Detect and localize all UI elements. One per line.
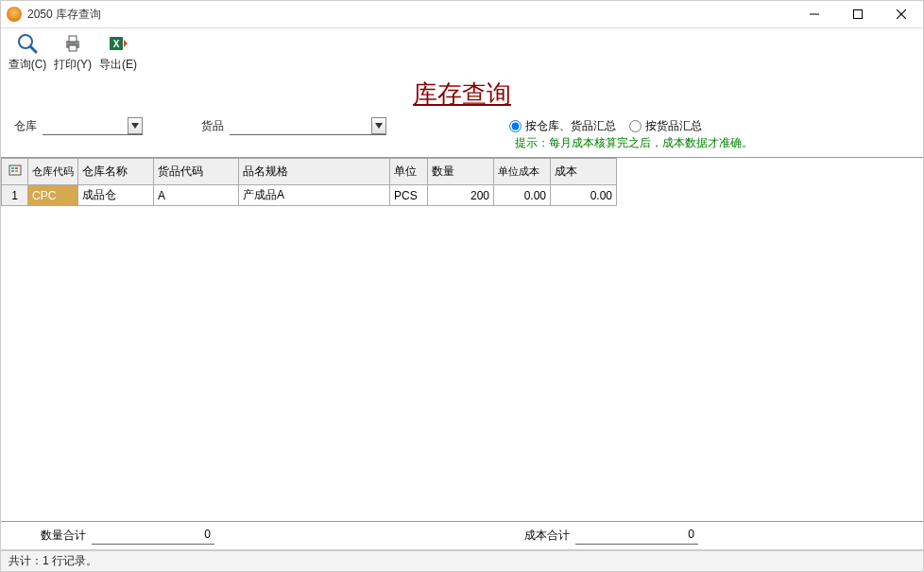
app-icon	[7, 7, 22, 22]
svg-rect-16	[15, 167, 18, 169]
inventory-grid[interactable]: 仓库代码 仓库名称 货品代码 品名规格 单位 数量 单位成本 成本 1 CPC …	[1, 158, 617, 206]
radio-by-goods-label: 按货品汇总	[645, 118, 702, 134]
goods-combo[interactable]	[230, 116, 386, 135]
svg-rect-7	[69, 36, 77, 42]
grid-header-row: 仓库代码 仓库名称 货品代码 品名规格 单位 数量 单位成本 成本	[2, 159, 617, 185]
close-button[interactable]	[880, 1, 923, 28]
print-button-label: 打印(Y)	[54, 57, 92, 73]
cell-unit-cost[interactable]: 0.00	[494, 185, 551, 206]
heading-row: 库存查询	[1, 74, 923, 113]
totals-row: 数量合计 0 成本合计 0	[1, 522, 923, 550]
col-unit-cost[interactable]: 单位成本	[494, 159, 551, 185]
col-qty[interactable]: 数量	[428, 159, 494, 185]
hint-text: 提示：每月成本核算完之后，成本数据才准确。	[502, 135, 923, 157]
radio-by-goods-input[interactable]	[629, 120, 642, 132]
svg-rect-15	[11, 167, 14, 169]
toolbar: 查询(C) 打印(Y) X 导出(E)	[1, 28, 923, 74]
status-text: 共计：1 行记录。	[9, 553, 97, 569]
cell-unit[interactable]: PCS	[390, 185, 428, 206]
cell-goods-spec[interactable]: 产成品A	[239, 185, 390, 206]
excel-export-icon: X	[107, 32, 129, 55]
svg-line-5	[30, 46, 36, 52]
svg-point-9	[77, 42, 78, 43]
grid-wrap: 仓库代码 仓库名称 货品代码 品名规格 单位 数量 单位成本 成本 1 CPC …	[1, 157, 923, 522]
qty-total-label: 数量合计	[41, 528, 86, 544]
col-unit[interactable]: 单位	[390, 159, 428, 185]
radio-by-goods[interactable]: 按货品汇总	[629, 118, 702, 134]
cell-warehouse-name[interactable]: 成品仓	[78, 185, 154, 206]
chevron-down-icon[interactable]	[371, 117, 386, 134]
svg-marker-13	[375, 123, 383, 129]
radio-by-warehouse-goods-input[interactable]	[509, 120, 522, 132]
title-bar: 2050 库存查询	[1, 1, 923, 28]
col-goods-spec[interactable]: 品名规格	[239, 159, 390, 185]
radio-by-warehouse-goods[interactable]: 按仓库、货品汇总	[509, 118, 616, 134]
row-selector-header[interactable]	[2, 159, 28, 185]
svg-line-2	[897, 9, 906, 19]
query-button-label: 查询(C)	[9, 57, 47, 73]
filter-row: 仓库 货品 按仓库、货品汇总 按货品汇总	[1, 113, 923, 137]
page-title: 库存查询	[413, 78, 511, 111]
minimize-button[interactable]	[793, 1, 836, 28]
col-warehouse-code[interactable]: 仓库代码	[28, 159, 78, 185]
print-button[interactable]: 打印(Y)	[50, 30, 95, 74]
cell-cost[interactable]: 0.00	[551, 185, 617, 206]
warehouse-label: 仓库	[14, 118, 37, 134]
query-button[interactable]: 查询(C)	[5, 30, 50, 74]
svg-marker-12	[131, 123, 139, 129]
cost-total-label: 成本合计	[524, 528, 570, 544]
svg-rect-18	[15, 170, 18, 172]
goods-input[interactable]	[230, 117, 371, 134]
status-bar: 共计：1 行记录。	[1, 550, 923, 571]
maximize-button[interactable]	[836, 1, 880, 28]
col-warehouse-name[interactable]: 仓库名称	[78, 159, 154, 185]
cell-warehouse-code[interactable]: CPC	[28, 185, 78, 206]
svg-text:X: X	[113, 39, 120, 49]
summary-radio-group: 按仓库、货品汇总 按货品汇总	[509, 118, 702, 134]
export-button-label: 导出(E)	[99, 57, 137, 73]
cell-goods-code[interactable]: A	[154, 185, 239, 206]
radio-by-warehouse-goods-label: 按仓库、货品汇总	[525, 118, 616, 134]
warehouse-input[interactable]	[43, 117, 128, 134]
chevron-down-icon[interactable]	[128, 117, 143, 134]
window-controls	[793, 1, 923, 28]
printer-icon	[61, 32, 84, 55]
svg-rect-1	[854, 10, 863, 19]
window-title: 2050 库存查询	[27, 7, 101, 23]
svg-rect-8	[69, 45, 77, 51]
warehouse-combo[interactable]	[43, 116, 143, 135]
cell-qty[interactable]: 200	[428, 185, 494, 206]
col-goods-code[interactable]: 货品代码	[154, 159, 239, 185]
qty-total-value: 0	[92, 528, 214, 545]
export-button[interactable]: X 导出(E)	[95, 30, 141, 74]
search-icon	[16, 32, 39, 55]
row-number[interactable]: 1	[2, 185, 28, 206]
goods-label: 货品	[201, 118, 224, 134]
svg-rect-17	[11, 170, 14, 172]
table-row[interactable]: 1 CPC 成品仓 A 产成品A PCS 200 0.00 0.00	[2, 185, 617, 206]
col-cost[interactable]: 成本	[551, 159, 617, 185]
svg-line-3	[897, 9, 906, 19]
cost-total-value: 0	[575, 528, 698, 545]
